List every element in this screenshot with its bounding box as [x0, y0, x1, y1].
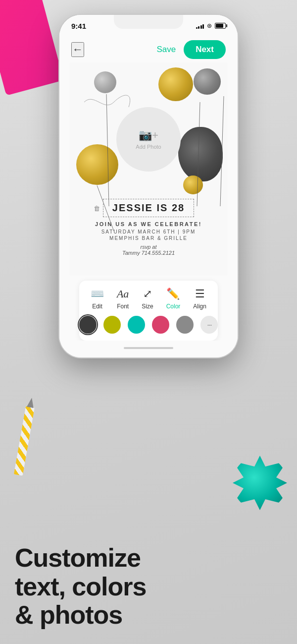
- align-icon: ☰: [195, 288, 205, 300]
- swatch-olive[interactable]: [103, 316, 121, 334]
- save-button[interactable]: Save: [156, 45, 176, 55]
- card-detail-1[interactable]: SATURDAY MARCH 6TH | 9PM: [77, 229, 220, 234]
- phone-frame: 9:41 ⊛ ← Save: [59, 15, 238, 357]
- font-icon: Aa: [117, 288, 129, 300]
- toolbar-item-align[interactable]: ☰ Align: [193, 288, 206, 310]
- headline-line-3: & photos: [15, 601, 146, 629]
- size-label: Size: [142, 303, 153, 310]
- headline-line-2: text, colors: [15, 573, 146, 601]
- color-label: Color: [166, 303, 181, 310]
- delete-icon[interactable]: 🗑: [94, 204, 100, 212]
- keyboard-icon: ⌨️: [91, 288, 104, 300]
- color-icon: ✏️: [166, 288, 180, 300]
- card-rsvp-label: rsvp at: [77, 244, 220, 250]
- balloon-gray-top-left: [94, 71, 116, 93]
- font-label: Font: [117, 303, 129, 310]
- balloon-gold-left: [76, 144, 118, 185]
- status-time: 9:41: [71, 22, 86, 30]
- toolbar-item-size[interactable]: ⤢ Size: [142, 288, 153, 310]
- battery-icon: [215, 23, 226, 29]
- swatch-pink[interactable]: [152, 316, 169, 334]
- card-subtitle[interactable]: JOIN US AS WE CELEBRATE!: [77, 221, 220, 227]
- photo-placeholder[interactable]: 📷+ Add Photo: [116, 107, 181, 172]
- signal-bar-4: [202, 24, 204, 29]
- battery-fill: [216, 24, 223, 28]
- card-title-box[interactable]: 🗑 JESSIE IS 28: [103, 199, 194, 217]
- size-icon: ⤢: [143, 288, 152, 300]
- photo-label: Add Photo: [136, 144, 161, 150]
- swatch-medium-gray[interactable]: [176, 316, 194, 334]
- align-label: Align: [193, 303, 206, 310]
- bottom-headline-area: Customize text, colors & photos: [15, 544, 146, 629]
- toolbar-item-edit[interactable]: ⌨️ Edit: [91, 288, 104, 310]
- color-swatches: ···: [79, 310, 218, 336]
- toolbar-item-color[interactable]: ✏️ Color: [166, 288, 181, 310]
- toolbar-actions: Save Next: [156, 40, 226, 59]
- phone-notch: [114, 15, 183, 29]
- balloon-gray-top-right: [194, 68, 221, 95]
- balloon-dark-right: [178, 127, 223, 181]
- signal-bar-3: [200, 25, 202, 29]
- wifi-icon: ⊛: [207, 22, 212, 29]
- phone-screen: 9:41 ⊛ ← Save: [59, 15, 238, 357]
- swatch-dark-gray[interactable]: [79, 316, 97, 334]
- balloon-gold-small: [183, 176, 203, 194]
- top-toolbar: ← Save Next: [59, 37, 238, 62]
- signal-bar-2: [198, 26, 199, 29]
- signal-icon: [196, 23, 204, 29]
- card-canvas: 📷+ Add Photo 🗑 JESSIE IS 28 JOIN US AS W…: [69, 62, 228, 276]
- edit-toolbar-container: ⌨️ Edit Aa Font ⤢ Size: [59, 276, 238, 341]
- headline-line-1: Customize: [15, 544, 146, 572]
- signal-bar-1: [196, 27, 198, 29]
- status-icons: ⊛: [196, 22, 226, 29]
- toolbar-items: ⌨️ Edit Aa Font ⤢ Size: [79, 288, 218, 310]
- phone-bottom: [59, 341, 238, 357]
- bow-inner: [233, 456, 287, 510]
- edit-label: Edit: [92, 303, 102, 310]
- swatch-more[interactable]: ···: [200, 316, 218, 334]
- back-button[interactable]: ←: [71, 42, 84, 57]
- next-button[interactable]: Next: [184, 40, 226, 59]
- toolbar-item-font[interactable]: Aa Font: [117, 288, 129, 310]
- bow-decoration: [233, 456, 287, 510]
- swatch-teal[interactable]: [128, 316, 145, 334]
- card-title[interactable]: JESSIE IS 28: [112, 202, 185, 213]
- card-rsvp-contact: Tammy 714.555.2121: [77, 250, 220, 256]
- edit-toolbar: ⌨️ Edit Aa Font ⤢ Size: [79, 281, 218, 341]
- home-indicator: [124, 347, 173, 349]
- card-detail-2[interactable]: MEMPHIS BAR & GRILLE: [77, 235, 220, 241]
- balloon-gold-top: [158, 67, 193, 101]
- card-text-area: 🗑 JESSIE IS 28 JOIN US AS WE CELEBRATE! …: [69, 199, 228, 256]
- camera-icon: 📷+: [139, 129, 158, 142]
